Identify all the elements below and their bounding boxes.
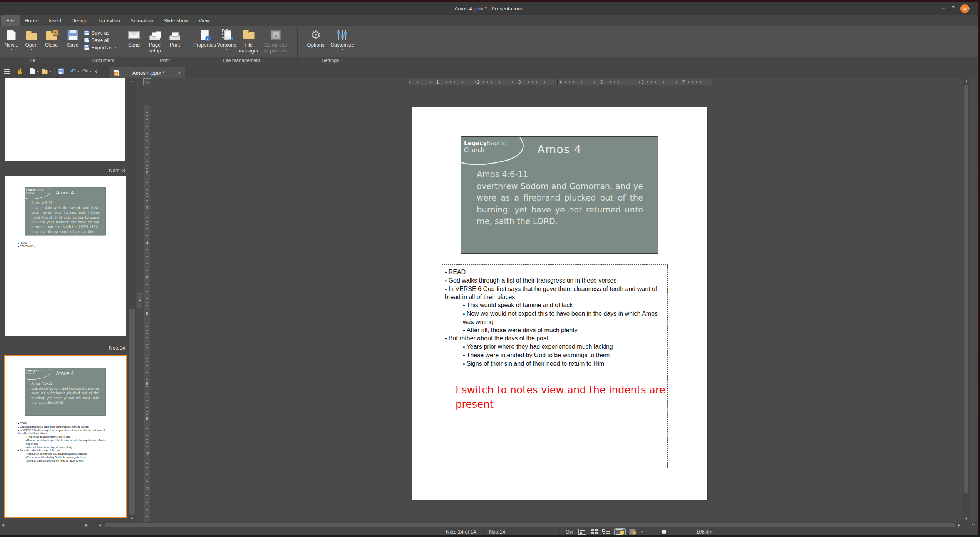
zoom-out-button[interactable]: − (636, 528, 639, 535)
prev-next-slide-buttons[interactable]: ▴▾ (972, 522, 976, 526)
thumbnail-note13[interactable]: LegacyBaptist Church Amos 4 Amos 4:6-11 … (5, 176, 126, 336)
menubar-item[interactable]: View (194, 15, 215, 26)
minimize-button[interactable]: – (938, 3, 949, 14)
horizontal-ruler[interactable]: 1234567 (151, 78, 963, 85)
chevron-down-icon[interactable]: ▾ (78, 70, 79, 73)
chevron-down-icon[interactable]: ▾ (641, 530, 643, 534)
menubar-item[interactable]: Insert (44, 15, 67, 26)
zoom-level[interactable]: 106% (696, 528, 709, 535)
save-button[interactable]: Save (63, 28, 82, 57)
ruler-number: 1 (144, 135, 150, 140)
slide-sorter-view-button[interactable] (590, 529, 599, 535)
menubar-item[interactable]: Design (67, 15, 93, 26)
chevron-down-icon: ▾ (30, 48, 32, 51)
scroll-right-icon[interactable]: ▶ (85, 522, 88, 528)
save-all-button[interactable]: Save all (82, 37, 124, 43)
right-gutter (969, 78, 978, 522)
new-button[interactable]: New... ▾ (2, 28, 22, 57)
chevron-down-icon[interactable]: ▾ (50, 70, 51, 73)
group-label-print: Print (144, 57, 186, 64)
note-line: Signs of their sin and of their need to … (18, 459, 108, 463)
zoom-slider[interactable] (643, 532, 686, 532)
scroll-left-icon[interactable]: ◀ (2, 522, 4, 528)
properties-button[interactable]: i Properties (193, 28, 217, 57)
main-vertical-scrollbar[interactable]: ▲ ▼ (963, 78, 969, 522)
note-line: Now we would not expect this to have bee… (445, 310, 665, 326)
ruler-origin-box[interactable]: + (143, 78, 151, 85)
page-setup-icon (149, 35, 160, 40)
thumbnail-note12-partial[interactable] (5, 78, 125, 161)
note-line: After all, those were days of much plent… (445, 326, 665, 335)
thumbnail-note14-selected[interactable]: LegacyBaptist Church Amos 4 Amos 4:6-11 … (4, 355, 127, 518)
file-manager-icon (243, 32, 255, 39)
scroll-up-icon[interactable]: ▲ (128, 79, 136, 83)
document-tab[interactable]: Amos 4.pptx * × (110, 67, 185, 78)
chevron-down-icon[interactable]: ▾ (37, 70, 39, 73)
close-document-button[interactable]: Close (42, 28, 62, 57)
scroll-left-icon[interactable]: ◀ (99, 522, 101, 528)
redo-icon[interactable]: ↷ (82, 67, 88, 75)
file-manager-button[interactable]: File manager (237, 28, 261, 57)
page-setup-button[interactable]: Page setup (145, 28, 165, 57)
scroll-right-icon[interactable]: ▶ (958, 522, 961, 528)
panel-splitter[interactable]: ◂ (136, 78, 143, 522)
versions-button[interactable]: ↺ Versions ▾ (217, 28, 237, 57)
ruler-number: 11 (144, 487, 150, 491)
tab-close-icon[interactable]: × (178, 70, 181, 76)
help-icon[interactable]: ? (952, 2, 955, 13)
close-folder-icon (46, 33, 57, 40)
normal-view-button[interactable] (578, 529, 587, 535)
touch-mode-icon[interactable]: ☝ (16, 68, 23, 75)
menubar-item[interactable]: File (1, 15, 20, 26)
ruler-number: 9 (144, 416, 150, 421)
thumbnail-panel-scrollbar[interactable]: ▲ ▼ (128, 78, 136, 522)
menubar-item[interactable]: Transition (93, 15, 126, 26)
customize-button[interactable]: Customize ▾ (328, 28, 357, 57)
open-folder-icon (26, 33, 37, 40)
status-overwrite-mode[interactable]: Ovr (566, 528, 574, 535)
scrollbar-thumb[interactable] (105, 523, 955, 527)
status-note-name: Note14 (489, 528, 505, 535)
vertical-ruler[interactable]: 1234567891011 (143, 85, 151, 522)
horizontal-scroll-row: ◀ ▶ ◀ ▶ ▴▾ (0, 522, 978, 528)
scroll-down-icon[interactable]: ▼ (128, 517, 136, 520)
save-as-button[interactable]: Save as (82, 30, 124, 36)
collapse-ribbon-icon[interactable]: ^ (966, 3, 970, 15)
options-button[interactable]: ⚙ Options (304, 28, 328, 57)
thumb13-notes: READCONTINUE → (17, 240, 109, 323)
splitter-collapse-handle[interactable]: ◂ (137, 293, 142, 308)
outline-view-button[interactable] (602, 529, 611, 535)
note-line: Years prior where they had experienced m… (18, 452, 108, 456)
qat-overflow-icon[interactable]: » (94, 68, 97, 75)
qat-open-icon[interactable] (42, 70, 48, 74)
undo-icon[interactable]: ↶ (70, 67, 76, 75)
save-all-icon (84, 38, 89, 43)
statusbar-overflow-icon[interactable]: » (710, 528, 713, 535)
menubar-item[interactable]: Animation (125, 15, 158, 26)
menubar-item[interactable]: Home (20, 15, 44, 26)
qat-new-icon[interactable] (30, 68, 35, 74)
zoom-in-button[interactable]: + (689, 528, 692, 535)
menubar-item[interactable]: Slide show (158, 15, 193, 26)
send-button[interactable]: → Send (124, 28, 144, 57)
note-line: But rather about the days of the past (18, 449, 108, 452)
notes-text-frame[interactable]: READGod walks through a list of their tr… (442, 264, 668, 468)
save-icon (67, 30, 78, 40)
open-button[interactable]: Open ▾ (22, 28, 42, 57)
export-as-button[interactable]: Export as ▾ (82, 44, 124, 51)
scrollbar-thumb[interactable] (964, 85, 968, 493)
chevron-down-icon[interactable]: ▾ (90, 70, 91, 73)
scroll-down-icon[interactable]: ▼ (963, 517, 969, 520)
zoom-slider-thumb[interactable] (662, 530, 666, 534)
note-line: This would speak of famine and of lack (18, 435, 108, 439)
scroll-up-icon[interactable]: ▲ (963, 79, 969, 83)
print-button[interactable]: Print (165, 28, 185, 57)
qat-save-icon[interactable] (58, 68, 64, 74)
group-label-file-management: File management (186, 57, 297, 64)
scrollbar-thumb[interactable] (129, 309, 135, 515)
notes-view-button-active[interactable] (614, 528, 626, 535)
slide-preview-frame[interactable]: LegacyBaptist Church Amos 4 Amos 4:6-11 … (461, 136, 658, 254)
hamburger-menu-icon[interactable] (4, 69, 10, 74)
ruler-number: 7 (144, 346, 150, 351)
note-line: READ (18, 422, 108, 425)
